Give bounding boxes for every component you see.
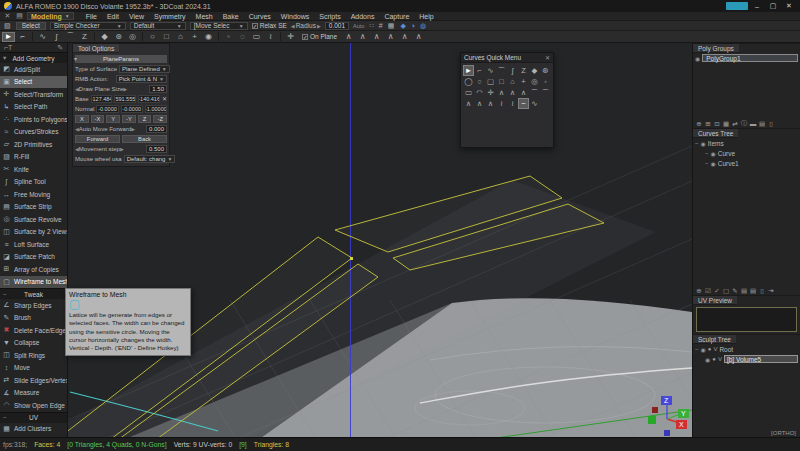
arc-primitive-icon[interactable]: ∧ xyxy=(370,32,383,42)
panel-toolbar-icon[interactable]: ⊡ xyxy=(713,120,721,128)
panel-toolbar-icon[interactable]: ▦ xyxy=(722,120,730,128)
button-z[interactable]: Z xyxy=(138,115,152,123)
sidebar-item-points-to-polygons[interactable]: ∴Points to Polygons xyxy=(0,113,67,126)
sidebar-item-select-path[interactable]: ↳Select Path xyxy=(0,101,67,114)
shape-tool-icon[interactable]: ◉ xyxy=(202,32,215,42)
sidebar-item-wireframe-to-mesh[interactable]: ▢Wireframe to Mesh xyxy=(0,276,67,289)
option-value-field[interactable]: 0.500 xyxy=(146,145,167,153)
arc-primitive-icon[interactable]: ∧ xyxy=(356,32,369,42)
menu-symmetry[interactable]: Symmetry xyxy=(149,13,191,20)
panel-toolbar-icon[interactable]: ⇄ xyxy=(731,120,739,128)
sidebar-item-surface-by-2-views[interactable]: ◫Surface by 2 Views xyxy=(0,226,67,239)
preset-dropdown[interactable]: Default ▼ xyxy=(130,22,186,30)
sidebar-item-array-of-copies[interactable]: ⊞Array of Copies xyxy=(0,263,67,276)
accent-tab[interactable] xyxy=(726,2,748,10)
text-tool-icon[interactable]: ⌐T xyxy=(4,44,12,51)
sidebar-item-surface-patch[interactable]: ◪Surface Patch xyxy=(0,251,67,264)
option-value-field[interactable]: 0.000 xyxy=(146,125,167,133)
curve-tool-icon[interactable]: ◠ xyxy=(474,87,485,98)
panel-toolbar-icon[interactable]: ⇥ xyxy=(767,287,775,295)
group-header-planeparams[interactable]: ▾PlaneParams xyxy=(75,55,167,63)
viewport-option-icon[interactable]: # xyxy=(378,22,384,30)
panel-toolbar-icon[interactable]: ▯ xyxy=(758,287,766,295)
arc-primitive-icon[interactable]: ∧ xyxy=(342,32,355,42)
close-workspace-icon[interactable]: ✕ xyxy=(3,12,12,20)
curve-tool-icon[interactable]: ⌒ xyxy=(529,87,540,98)
curve-tool-icon[interactable]: ⌂ xyxy=(507,76,518,87)
panel-toolbar-icon[interactable]: ⊕ xyxy=(695,120,703,128)
sidebar-item-loft-surface[interactable]: ≡Loft Surface xyxy=(0,238,67,251)
sidebar-item-collapse[interactable]: ▼Collapse xyxy=(0,337,67,350)
option-spinner-label[interactable]: ◀Movement step▶ xyxy=(75,146,124,152)
eye-icon[interactable]: ◉ xyxy=(701,140,706,147)
shape-tool-icon[interactable]: □ xyxy=(160,32,173,42)
shape-tool-icon[interactable]: ▭ xyxy=(250,32,263,42)
visibility-icon[interactable]: ◉ xyxy=(701,346,706,353)
vector-value-field[interactable]: -127.484 xyxy=(91,95,113,103)
tab-sculpt-tree[interactable]: Sculpt Tree xyxy=(693,335,736,344)
option-dropdown[interactable]: Plane Defined▼ xyxy=(119,65,170,73)
curve-tool-icon[interactable]: Z xyxy=(518,65,529,76)
curve-tool-icon[interactable]: ⊛ xyxy=(540,65,551,76)
tab-poly-groups[interactable]: Poly Groups xyxy=(693,44,739,53)
viewport-option-icon[interactable]: ▦ xyxy=(387,22,396,30)
shape-tool-icon[interactable]: ◆ xyxy=(98,32,111,42)
button--y[interactable]: -Y xyxy=(122,115,136,123)
curve-tool-icon[interactable]: ∧ xyxy=(518,87,529,98)
vector-value-field[interactable]: 591.555 xyxy=(114,95,136,103)
panel-toolbar-icon[interactable]: ▬ xyxy=(749,120,757,127)
move-mode-dropdown[interactable]: [Move Selec ▼ xyxy=(190,22,248,30)
curves-tree-item-curve[interactable]: −◉Curve xyxy=(693,148,800,158)
curve-tool-icon[interactable]: ○ xyxy=(474,76,485,87)
workspace-dropdown[interactable]: Modeling ▼ xyxy=(27,12,74,20)
panel-toolbar-icon[interactable]: ▤ xyxy=(758,120,766,128)
eye-icon[interactable]: ◉ xyxy=(711,150,716,157)
panel-toolbar-icon[interactable]: ⊞ xyxy=(704,120,712,128)
shape-tool-icon[interactable]: + xyxy=(188,32,201,42)
panel-toolbar-icon[interactable]: ⊕ xyxy=(695,287,703,295)
option-dropdown[interactable]: Default: chang▼ xyxy=(124,155,176,163)
menu-addons[interactable]: Addons xyxy=(346,13,380,20)
curve-tool-icon[interactable]: ◯ xyxy=(463,76,474,87)
radius-spinner[interactable]: ◀ Radius ▶ xyxy=(291,22,321,29)
button--x[interactable]: -X xyxy=(91,115,105,123)
pencil-icon[interactable]: ✎ xyxy=(57,44,63,52)
shape-tool-icon[interactable]: ⌐ xyxy=(16,32,29,42)
curve-tool-icon[interactable]: ► xyxy=(463,65,474,76)
menu-capture[interactable]: Capture xyxy=(379,13,414,20)
sidebar-item-spline-tool[interactable]: ∫Spline Tool xyxy=(0,176,67,189)
option-spinner-label[interactable]: ◀Auto Move Forward▶ xyxy=(75,126,135,132)
panel-toolbar-icon[interactable]: ▯ xyxy=(767,120,775,128)
curve-tool-icon[interactable]: ⌒ xyxy=(496,65,507,76)
sidebar-item-curves-strokes[interactable]: ≈Curves/Strokes xyxy=(0,126,67,139)
menu-file[interactable]: File xyxy=(81,13,102,20)
option-spinner-label[interactable]: ◀Draw Plane Size▶ xyxy=(75,86,127,92)
close-button[interactable]: ✕ xyxy=(782,1,796,11)
on-plane-checkbox[interactable]: ✓ On Plane xyxy=(302,33,337,40)
button--z[interactable]: -Z xyxy=(153,115,167,123)
sidebar-item-brush[interactable]: ✎Brush xyxy=(0,312,67,325)
section-header-add-geometry[interactable]: ▾Add Geometry xyxy=(0,52,67,63)
sculpt-tree-volume[interactable]: ◉●V[b] Volume5 xyxy=(693,354,800,364)
shape-tool-icon[interactable]: ⊛ xyxy=(112,32,125,42)
radius-value-field[interactable]: 0.001 xyxy=(325,22,349,30)
curves-tree-item-curve1[interactable]: −◉Curve1 xyxy=(693,158,800,168)
panel-toolbar-icon[interactable]: ▢ xyxy=(722,287,730,295)
curve-tool-icon[interactable]: + xyxy=(518,76,529,87)
curve-tool-icon[interactable]: ∧ xyxy=(474,98,485,109)
spin-right-icon[interactable]: ▶ xyxy=(131,126,135,132)
vector-value-field[interactable]: -140.416 xyxy=(138,95,160,103)
shape-tool-icon[interactable]: ◎ xyxy=(126,32,139,42)
collapse-icon[interactable]: − xyxy=(705,160,709,166)
sidebar-item-slide-edges-vertex[interactable]: ⇄Slide Edges/Vertex xyxy=(0,374,67,387)
document-icon[interactable]: ▤ xyxy=(15,12,24,20)
maximize-button[interactable]: ▢ xyxy=(766,1,780,11)
menu-curves[interactable]: Curves xyxy=(244,13,276,20)
sidebar-item-surface-strip[interactable]: ▤Surface Strip xyxy=(0,201,67,214)
polygroup-row[interactable]: ◉ PolyGroup1 xyxy=(693,53,800,63)
curve-tool-icon[interactable]: □ xyxy=(496,76,507,87)
collapse-icon[interactable]: − xyxy=(695,140,699,146)
menu-edit[interactable]: Edit xyxy=(102,13,124,20)
shape-tool-icon[interactable]: ► xyxy=(2,32,15,42)
arc-primitive-icon[interactable]: ∧ xyxy=(398,32,411,42)
